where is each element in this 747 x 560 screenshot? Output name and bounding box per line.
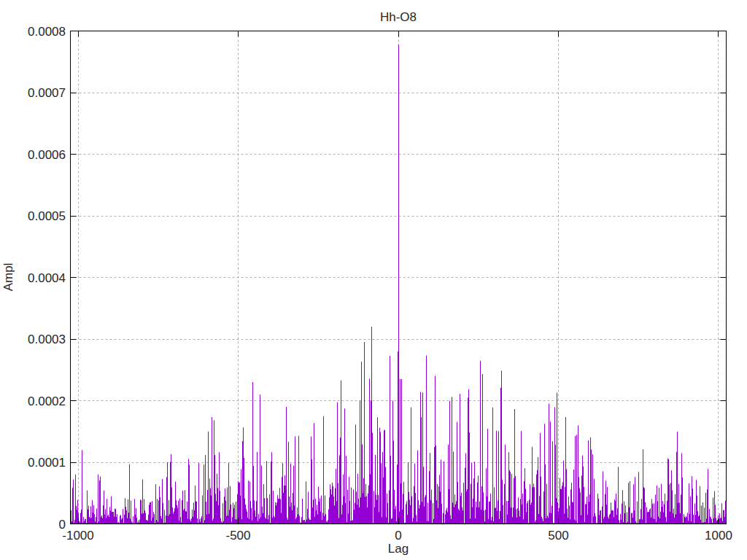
x-tick-label: 1000 xyxy=(705,529,732,542)
gnuplot-chart-window: 00.00010.00020.00030.00040.00050.00060.0… xyxy=(0,0,747,560)
chart-title: Hh-O8 xyxy=(380,10,417,24)
y-tick-label: 0.0008 xyxy=(28,25,66,39)
correlation-series xyxy=(71,44,727,524)
y-tick-label: 0.0004 xyxy=(28,271,66,285)
x-tick-label: -500 xyxy=(226,529,251,542)
x-tick-label: 500 xyxy=(548,529,568,542)
x-tick-label: 0 xyxy=(395,529,401,542)
y-axis-label: Ampl xyxy=(1,263,15,292)
x-axis-label: Lag xyxy=(388,542,409,556)
impulse-series-path xyxy=(71,44,727,524)
y-tick-label: 0.0003 xyxy=(28,332,66,346)
x-axis-tick-labels: -1000-50005001000 xyxy=(62,529,732,542)
correlation-chart: 00.00010.00020.00030.00040.00050.00060.0… xyxy=(0,0,747,560)
y-tick-label: 0.0007 xyxy=(28,86,66,100)
y-tick-label: 0.0001 xyxy=(28,456,66,470)
x-tick-label: -1000 xyxy=(62,529,93,542)
y-tick-label: 0.0005 xyxy=(28,209,66,223)
y-tick-label: 0.0006 xyxy=(28,148,66,162)
y-axis-tick-labels: 00.00010.00020.00030.00040.00050.00060.0… xyxy=(28,25,66,532)
y-tick-label: 0.0002 xyxy=(28,394,66,408)
